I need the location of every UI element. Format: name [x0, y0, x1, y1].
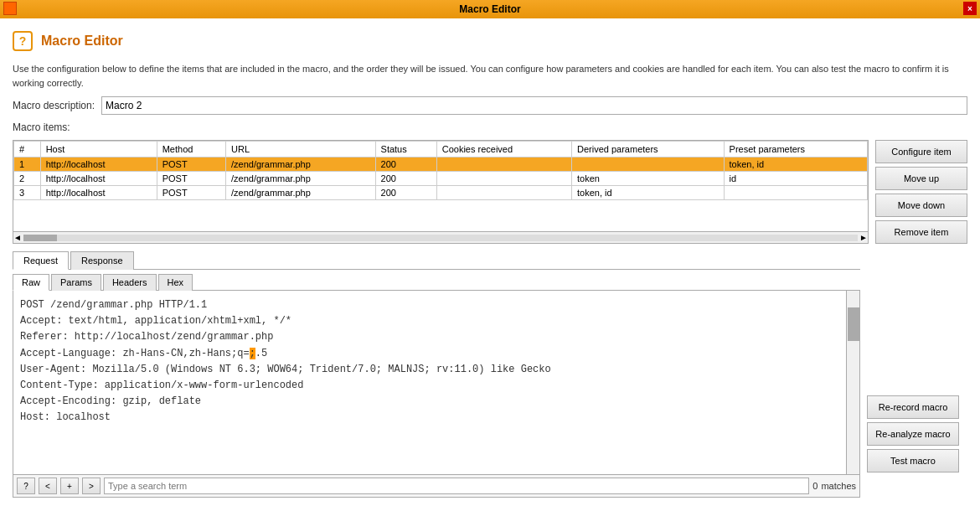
- scrollbar-track: [23, 235, 858, 241]
- remove-item-button[interactable]: Remove item: [875, 220, 967, 244]
- tabs-wrapper: Request Response Raw Params Headers Hex …: [13, 250, 860, 498]
- horizontal-scrollbar[interactable]: ◄ ►: [13, 232, 869, 244]
- bottom-bar: ? < + > 0 matches: [13, 475, 860, 498]
- tab-request[interactable]: Request: [13, 251, 69, 270]
- next-button[interactable]: >: [82, 478, 101, 494]
- table-row[interactable]: 3http://localhostPOST/zend/grammar.php20…: [14, 186, 868, 200]
- outer-tab-row: Request Response: [13, 250, 860, 270]
- prev-button[interactable]: <: [39, 478, 57, 494]
- macro-description-row: Macro description:: [13, 96, 967, 115]
- matches-count: 0: [812, 481, 818, 491]
- page-header: ? Macro Editor: [13, 27, 967, 55]
- v-scrollbar-thumb: [848, 307, 859, 341]
- col-method: Method: [157, 142, 225, 157]
- table-section: # Host Method URL Status Cookies receive…: [13, 140, 967, 244]
- macro-table-container: # Host Method URL Status Cookies receive…: [13, 140, 869, 232]
- col-num: #: [14, 142, 41, 157]
- configure-item-button[interactable]: Configure item: [875, 140, 967, 163]
- question-button[interactable]: ?: [17, 478, 35, 494]
- content-area: POST /zend/grammar.php HTTP/1.1Accept: t…: [13, 291, 860, 475]
- right-panel: Re-record macro Re-analyze macro Test ma…: [867, 250, 967, 498]
- add-button[interactable]: +: [60, 478, 79, 494]
- vertical-scrollbar[interactable]: [846, 291, 859, 474]
- header-icon: ?: [13, 31, 33, 51]
- macro-table: # Host Method URL Status Cookies receive…: [13, 141, 868, 200]
- page-title: Macro Editor: [41, 34, 123, 49]
- col-preset: Preset parameters: [724, 142, 867, 157]
- inner-tab-headers[interactable]: Headers: [103, 274, 157, 291]
- scrollbar-thumb: [23, 235, 57, 241]
- inner-tab-row: Raw Params Headers Hex: [13, 270, 860, 291]
- close-button[interactable]: ×: [963, 2, 977, 15]
- inner-tab-hex[interactable]: Hex: [158, 274, 193, 291]
- matches-label: matches: [821, 481, 856, 491]
- re-analyze-button[interactable]: Re-analyze macro: [867, 422, 959, 446]
- inner-tab-params[interactable]: Params: [51, 274, 101, 291]
- description-text: Use the configuration below to define th…: [13, 62, 967, 90]
- bottom-section: Request Response Raw Params Headers Hex …: [13, 250, 967, 498]
- col-cookies: Cookies received: [436, 142, 571, 157]
- search-input[interactable]: [104, 478, 809, 494]
- request-text: POST /zend/grammar.php HTTP/1.1Accept: t…: [13, 291, 846, 474]
- col-status: Status: [375, 142, 436, 157]
- side-buttons: Configure item Move up Move down Remove …: [875, 140, 967, 244]
- inner-tab-raw[interactable]: Raw: [13, 274, 49, 291]
- macro-items-label: Macro items:: [13, 121, 967, 133]
- move-up-button[interactable]: Move up: [875, 167, 967, 190]
- re-record-button[interactable]: Re-record macro: [867, 395, 959, 419]
- title-bar-title: Macro Editor: [459, 3, 520, 15]
- test-macro-button[interactable]: Test macro: [867, 449, 959, 472]
- main-content: ? Macro Editor Use the configuration bel…: [0, 18, 980, 506]
- col-host: Host: [40, 142, 157, 157]
- macro-description-label: Macro description:: [13, 100, 95, 111]
- table-row[interactable]: 1http://localhostPOST/zend/grammar.php20…: [14, 157, 868, 172]
- tab-response[interactable]: Response: [70, 251, 134, 270]
- move-down-button[interactable]: Move down: [875, 194, 967, 217]
- title-bar: Macro Editor ×: [0, 0, 980, 18]
- table-row[interactable]: 2http://localhostPOST/zend/grammar.php20…: [14, 172, 868, 186]
- col-url: URL: [226, 142, 376, 157]
- title-bar-icon: [3, 2, 17, 15]
- col-derived: Derived parameters: [572, 142, 725, 157]
- macro-description-input[interactable]: [101, 96, 967, 115]
